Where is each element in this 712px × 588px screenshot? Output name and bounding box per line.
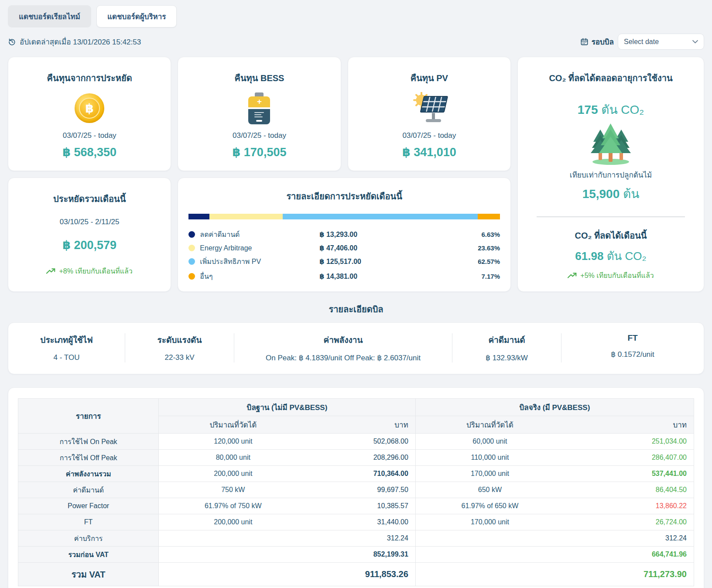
base-amount: 312.24 [307,530,415,547]
tariff-info-label: FT [565,333,700,343]
column-header-actual-quantity: ปริมาณที่วัดได้ [415,416,564,434]
co2-lifetime-title: CO₂ ที่ลดได้ตลอดอายุการใช้งาน [549,71,672,85]
actual-quantity: 61.97% of 650 kW [415,498,564,514]
tariff-info-column: FT฿ 0.1572/unit [561,333,704,362]
card-title: คืนทุน BESS [235,71,284,85]
solar-panel-icon [409,92,449,124]
tariff-info-column: ระดับแรงดัน22-33 kV [125,333,234,362]
legend-amount: ฿ 125,517.00 [319,257,452,266]
actual-quantity: 110,000 unit [415,450,564,466]
chevron-down-icon [692,40,698,44]
base-quantity: 61.97% of 750 kW [159,498,308,514]
actual-quantity [415,547,564,563]
calendar-icon [580,38,589,46]
card-co2-reduction: CO₂ ที่ลดได้ตลอดอายุการใช้งาน 175 ตัน CO… [517,57,704,292]
table-row: รวมก่อน VAT852,199.31664,741.96 [18,547,694,563]
base-amount: 911,853.26 [307,563,415,586]
column-header-base-quantity: ปริมาณที่วัดได้ [159,416,308,434]
bill-cycle-date-select[interactable]: Select date [618,34,704,50]
savings-breakdown-title: รายละเอียดการประหยัดเดือนนี้ [188,189,500,203]
tariff-info-column: ประเภทผู้ใช้ไฟ4 - TOU [8,333,125,362]
card-savings-payback: คืนทุนจากการประหยัด ฿ 03/07/25 - today ฿… [8,57,171,171]
tab-realtime-dashboard[interactable]: แดชบอร์ดเรียลไทม์ [8,5,91,27]
bill-details-title: รายละเอียดบิล [8,302,704,316]
bar-segment [283,214,478,219]
legend-label: อื่นๆ [188,271,319,282]
card-period: 03/10/25 - 2/11/25 [60,218,120,226]
bill-tariff-info-panel: ประเภทผู้ใช้ไฟ4 - TOUระดับแรงดัน22-33 kV… [8,322,704,374]
card-period: 03/07/25 - today [63,131,116,140]
row-label: การใช้ไฟ Off Peak [18,450,159,466]
bill-cycle-label: รอบบิล [580,36,614,48]
legend-color-dot [188,258,195,265]
base-quantity: 120,000 unit [159,434,308,450]
card-savings-breakdown: รายละเอียดการประหยัดเดือนนี้ ลดค่าดีมานด… [178,178,511,292]
tariff-info-label: ค่าพลังงาน [238,333,448,346]
legend-color-dot [188,245,195,251]
table-row: Power Factor61.97% of 750 kW10,385.5761.… [18,498,694,514]
card-value: ฿ 568,350 [62,145,116,159]
base-quantity: 200,000 unit [159,466,308,482]
tariff-info-value: ฿ 0.1572/unit [565,350,700,359]
legend-percent: 6.63% [452,231,500,238]
row-label: รวมก่อน VAT [18,547,159,563]
row-label: การใช้ไฟ On Peak [18,434,159,450]
actual-amount: 286,407.00 [564,450,694,466]
base-quantity: 200,000 unit [159,514,308,530]
co2-monthly-trend: +5% เทียบกับเดือนที่แล้ว [568,270,654,281]
tariff-info-value: ฿ 132.93/kW [456,353,558,362]
legend-color-dot [188,273,195,280]
monthly-savings-trend: +8% เทียบกับเดือนที่แล้ว [46,266,132,277]
base-amount: 31,440.00 [307,514,415,530]
table-row: ค่าดีมานด์750 kW99,697.50650 kW86,404.50 [18,482,694,498]
base-quantity [159,547,308,563]
base-amount: 710,364.00 [307,466,415,482]
co2-monthly-title: CO₂ ที่ลดได้เดือนนี้ [575,229,647,243]
base-amount: 10,385.57 [307,498,415,514]
last-updated-text: อัปเดตล่าสุดเมื่อ 13/01/2026 15:42:53 [20,36,141,48]
tariff-info-value: 22-33 kV [129,353,230,362]
co2-monthly-value: 61.98 ตัน CO₂ [575,247,646,265]
bill-comparison-table-card: รายการ บิลฐาน (ไม่มี PV&BESS) บิลจริง (ม… [8,387,704,588]
kpi-cards-grid: คืนทุนจากการประหยัด ฿ 03/07/25 - today ฿… [8,57,704,292]
row-label: ค่าบริการ [18,530,159,547]
base-amount: 852,199.31 [307,547,415,563]
card-monthly-savings: ประหยัดรวมเดือนนี้ 03/10/25 - 2/11/25 ฿ … [8,178,171,292]
trend-up-icon [46,268,56,274]
bar-segment [188,214,209,219]
base-quantity [159,563,308,586]
actual-amount: 86,404.50 [564,482,694,498]
legend-row: เพิ่มประสิทธิภาพ PV฿ 125,517.0062.57% [188,256,500,267]
actual-quantity: 170,000 unit [415,466,564,482]
actual-amount: 664,741.96 [564,547,694,563]
actual-amount: 13,860.22 [564,498,694,514]
legend-amount: ฿ 47,406.00 [319,244,452,252]
history-clock-icon [8,38,16,46]
tariff-info-column: ค่าพลังงานOn Peak: ฿ 4.1839/unit Off Pea… [234,333,452,362]
legend-amount: ฿ 14,381.00 [319,272,452,280]
actual-quantity [415,563,564,586]
column-group-actual-bill: บิลจริง (มี PV&BESS) [415,399,694,416]
bill-comparison-table: รายการ บิลฐาน (ไม่มี PV&BESS) บิลจริง (ม… [18,398,694,586]
legend-percent: 7.17% [452,273,500,280]
row-label: รวม VAT [18,563,159,586]
tab-executive-dashboard[interactable]: แดชบอร์ดผู้บริหาร [96,5,177,27]
savings-legend: ลดค่าดีมานด์฿ 13,293.006.63%Energy Arbit… [188,229,500,282]
card-title: คืนทุน PV [411,71,448,85]
actual-quantity: 170,000 unit [415,514,564,530]
card-pv-payback: คืนทุน PV 03/07/25 - toda [348,57,511,171]
co2-lifetime-value: 175 ตัน CO₂ [578,100,644,119]
battery-icon: + [248,92,270,124]
row-label: ค่าพลังงานรวม [18,466,159,482]
table-row: การใช้ไฟ On Peak120,000 unit502,068.0060… [18,434,694,450]
column-group-base-bill: บิลฐาน (ไม่มี PV&BESS) [159,399,416,416]
legend-amount: ฿ 13,293.00 [319,230,452,239]
row-label: FT [18,514,159,530]
actual-amount: 711,273.90 [564,563,694,586]
card-value: ฿ 170,505 [233,145,287,159]
trees-icon [585,122,636,165]
meta-row: อัปเดตล่าสุดเมื่อ 13/01/2026 15:42:53 รอ… [8,34,704,50]
tariff-info-value: 4 - TOU [12,353,121,362]
table-row: การใช้ไฟ Off Peak80,000 unit208,296.0011… [18,450,694,466]
card-title: ประหยัดรวมเดือนนี้ [53,192,126,206]
